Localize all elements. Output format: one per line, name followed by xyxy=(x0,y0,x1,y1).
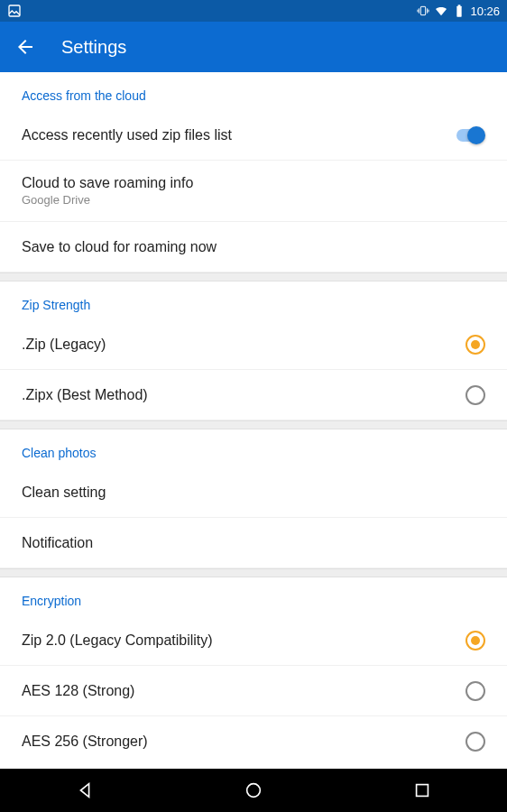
row-label: .Zip (Legacy) xyxy=(22,337,106,353)
svg-rect-3 xyxy=(458,5,461,6)
nav-back-button[interactable] xyxy=(49,769,121,812)
row-notification[interactable]: Notification xyxy=(0,518,507,568)
row-zip-legacy[interactable]: .Zip (Legacy) xyxy=(0,319,507,370)
row-zip20[interactable]: Zip 2.0 (Legacy Compatibility) xyxy=(0,615,507,666)
row-cloud-save[interactable]: Cloud to save roaming info Google Drive xyxy=(0,161,507,222)
section-header-encryption: Encryption xyxy=(0,577,507,615)
back-arrow-icon[interactable] xyxy=(14,36,36,58)
status-time: 10:26 xyxy=(470,5,500,18)
status-bar: 10:26 xyxy=(0,0,507,22)
row-clean-setting[interactable]: Clean setting xyxy=(0,467,507,518)
nav-recent-button[interactable] xyxy=(386,769,458,812)
section-header-photos: Clean photos xyxy=(0,429,507,467)
section-divider xyxy=(0,272,507,281)
row-subtitle: Google Drive xyxy=(22,193,193,207)
row-label: Clean setting xyxy=(22,484,106,501)
radio-zip-legacy[interactable] xyxy=(466,335,485,355)
section-header-zip: Zip Strength xyxy=(0,281,507,319)
radio-aes256[interactable] xyxy=(466,732,485,752)
battery-icon xyxy=(452,4,466,18)
settings-list: Access from the cloud Access recently us… xyxy=(0,72,507,769)
svg-rect-2 xyxy=(457,6,462,17)
row-label: Zip 2.0 (Legacy Compatibility) xyxy=(22,632,213,649)
radio-zip20[interactable] xyxy=(466,631,485,651)
svg-point-4 xyxy=(247,784,261,798)
row-zipx[interactable]: .Zipx (Best Method) xyxy=(0,370,507,420)
image-icon xyxy=(7,4,22,18)
wifi-icon xyxy=(434,4,448,18)
row-aes256[interactable]: AES 256 (Stronger) xyxy=(0,716,507,767)
toggle-access-recent[interactable] xyxy=(453,126,485,144)
svg-rect-1 xyxy=(421,6,426,14)
row-label: Notification xyxy=(22,535,93,551)
row-access-recent[interactable]: Access recently used zip files list xyxy=(0,110,507,161)
page-title: Settings xyxy=(61,37,126,58)
row-label: Save to cloud for roaming now xyxy=(22,239,217,255)
row-save-now[interactable]: Save to cloud for roaming now xyxy=(0,222,507,272)
section-divider xyxy=(0,420,507,429)
navigation-bar xyxy=(0,769,507,812)
radio-zipx[interactable] xyxy=(466,385,485,405)
svg-rect-0 xyxy=(9,5,20,16)
vibrate-icon xyxy=(416,4,430,18)
row-label: Cloud to save roaming info xyxy=(22,175,193,191)
row-label: AES 256 (Stronger) xyxy=(22,734,148,750)
section-divider xyxy=(0,568,507,577)
row-aes128[interactable]: AES 128 (Strong) xyxy=(0,666,507,716)
radio-aes128[interactable] xyxy=(466,681,485,701)
nav-home-button[interactable] xyxy=(217,769,290,812)
svg-rect-5 xyxy=(417,785,429,797)
section-header-cloud: Access from the cloud xyxy=(0,72,507,110)
row-label: AES 128 (Strong) xyxy=(22,683,134,699)
app-bar: Settings xyxy=(0,22,507,72)
row-label: Access recently used zip files list xyxy=(22,127,232,143)
row-label: .Zipx (Best Method) xyxy=(22,387,148,403)
